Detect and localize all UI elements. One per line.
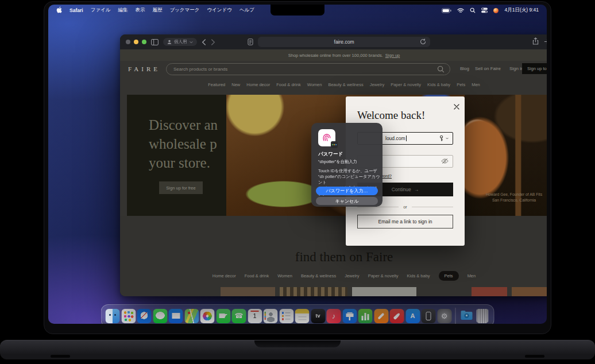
pill-kids[interactable]: Kids & baby: [407, 273, 430, 278]
product-thumbnail[interactable]: [352, 287, 416, 296]
profile-switcher[interactable]: 個人用: [163, 38, 197, 46]
dock-reminders-icon[interactable]: [279, 309, 293, 323]
pill-food-drink[interactable]: Food & drink: [245, 273, 269, 278]
dock-iphone-mirroring-icon[interactable]: [422, 309, 436, 323]
hero-heading: Discover an wholesale p your store.: [149, 115, 218, 172]
menu-bar-clock[interactable]: 4月1日(火) 9:41: [504, 7, 539, 14]
pill-women[interactable]: Women: [277, 273, 292, 278]
close-window-button[interactable]: [126, 40, 130, 44]
email-link-button[interactable]: Email me a link to sign in: [357, 215, 453, 229]
dock-downloads-folder-icon[interactable]: [459, 309, 474, 323]
sign-up-to-shop-button[interactable]: Sign up to shop: [522, 63, 547, 74]
nav-men[interactable]: Men: [472, 82, 480, 87]
address-bar[interactable]: faire.com: [258, 37, 430, 47]
enter-password-button[interactable]: パスワードを入力…: [316, 187, 378, 195]
share-icon[interactable]: [532, 37, 539, 47]
dock: ☎ 1 tv ♪ A ⚙: [101, 304, 494, 324]
nav-new[interactable]: New: [231, 82, 240, 87]
nav-pets[interactable]: Pets: [457, 82, 465, 87]
menu-item-help[interactable]: ヘルプ: [239, 7, 254, 14]
forward-icon[interactable]: [211, 39, 215, 45]
dock-rocket-icon[interactable]: [390, 309, 404, 323]
battery-icon[interactable]: [442, 8, 451, 13]
sign-in-link[interactable]: Sign in: [509, 66, 523, 71]
wifi-icon[interactable]: [457, 8, 464, 13]
page-icon[interactable]: [248, 38, 253, 45]
lower-section: find them on Faire Home decor Food & dri…: [120, 216, 547, 296]
search-input[interactable]: Search products or brands: [166, 63, 450, 75]
product-thumbnail[interactable]: [472, 287, 507, 296]
dock-music-icon[interactable]: ♪: [327, 309, 341, 323]
macbook-scene: Safari ファイル 編集 表示 履歴 ブックマーク ウインドウ ヘルプ: [0, 0, 595, 364]
nav-women[interactable]: Women: [307, 82, 322, 87]
new-tab-icon[interactable]: [544, 37, 547, 47]
chevron-down-icon: [446, 137, 449, 140]
dock-keynote-icon[interactable]: [342, 309, 357, 323]
hero-photo-founder: Howard Gee, Founder of AB Fits San Franc…: [465, 95, 547, 216]
nav-beauty[interactable]: Beauty & wellness: [328, 82, 363, 87]
key-icon[interactable]: [439, 135, 445, 141]
menu-app-name[interactable]: Safari: [69, 7, 83, 13]
dock-finder-icon[interactable]: [106, 309, 120, 323]
nav-paper[interactable]: Paper & novelty: [391, 82, 421, 87]
pill-home-decor[interactable]: Home decor: [212, 273, 236, 278]
dock-mail-icon[interactable]: [169, 309, 183, 323]
pill-men[interactable]: Men: [468, 273, 476, 278]
product-thumbnail[interactable]: [221, 287, 275, 296]
faire-logo[interactable]: FAIRE: [128, 65, 160, 72]
dock-trash-icon[interactable]: [477, 309, 489, 323]
dock-maps-icon[interactable]: [184, 309, 199, 323]
nav-featured[interactable]: Featured: [208, 82, 225, 87]
dock-launchpad-icon[interactable]: [121, 309, 136, 323]
dock-safari-icon[interactable]: [137, 309, 152, 323]
pill-pets-selected[interactable]: Pets: [439, 271, 459, 281]
close-icon[interactable]: [454, 102, 459, 112]
dock-phone-icon[interactable]: ☎: [232, 309, 246, 323]
pill-paper[interactable]: Paper & novelty: [368, 273, 399, 278]
sign-up-for-free-button[interactable]: Sign up for free: [159, 181, 203, 194]
menu-item-window[interactable]: ウインドウ: [207, 7, 232, 14]
sell-on-faire-link[interactable]: Sell on Faire: [475, 66, 501, 71]
dock-settings-icon[interactable]: ⚙: [437, 309, 451, 323]
dock-photos-icon[interactable]: [200, 309, 215, 323]
dock-messages-icon[interactable]: [153, 309, 167, 323]
desktop: Safari ファイル 編集 表示 履歴 ブックマーク ウインドウ ヘルプ: [48, 5, 547, 324]
search-icon[interactable]: [470, 7, 476, 13]
minimize-window-button[interactable]: [134, 40, 138, 44]
dock-facetime-icon[interactable]: [216, 309, 230, 323]
product-thumbnail[interactable]: [280, 287, 347, 296]
pill-beauty[interactable]: Beauty & wellness: [301, 273, 336, 278]
dock-calendar-icon[interactable]: 1: [248, 309, 262, 323]
address-bar-url: faire.com: [334, 39, 354, 45]
cancel-button[interactable]: キャンセル: [316, 197, 378, 205]
dock-appstore-icon[interactable]: A: [405, 309, 420, 323]
blog-link[interactable]: Blog: [460, 66, 469, 71]
menu-item-history[interactable]: 履歴: [152, 7, 162, 14]
product-thumbnail[interactable]: [512, 287, 547, 296]
dock-pages-icon[interactable]: [374, 309, 388, 323]
nav-home-decor[interactable]: Home decor: [246, 82, 270, 87]
nav-kids[interactable]: Kids & baby: [427, 82, 450, 87]
eye-slash-icon[interactable]: [441, 158, 449, 164]
control-center-icon[interactable]: [481, 7, 488, 13]
back-icon[interactable]: [202, 39, 206, 45]
menu-item-bookmarks[interactable]: ブックマーク: [169, 7, 199, 14]
menu-item-view[interactable]: 表示: [135, 7, 145, 14]
promo-signup-link[interactable]: Sign up: [385, 53, 400, 58]
zoom-window-button[interactable]: [142, 40, 146, 44]
nav-food-drink[interactable]: Food & drink: [276, 82, 301, 87]
dock-contacts-icon[interactable]: [264, 309, 278, 323]
menu-item-edit[interactable]: 編集: [118, 7, 128, 14]
dock-tv-icon[interactable]: tv: [311, 309, 325, 323]
laptop-foot: [525, 355, 544, 358]
nav-jewelry[interactable]: Jewelry: [370, 82, 384, 87]
dock-notes-icon[interactable]: [295, 309, 310, 323]
menu-item-file[interactable]: ファイル: [91, 7, 111, 14]
dock-numbers-icon[interactable]: [358, 309, 373, 323]
pill-jewelry[interactable]: Jewelry: [345, 273, 359, 278]
reload-icon[interactable]: [420, 38, 426, 46]
sidebar-icon[interactable]: [151, 39, 159, 45]
apple-menu-icon[interactable]: [56, 6, 62, 14]
colored-orb-icon[interactable]: [493, 8, 499, 13]
modal-title: Welcome back!: [357, 109, 425, 122]
